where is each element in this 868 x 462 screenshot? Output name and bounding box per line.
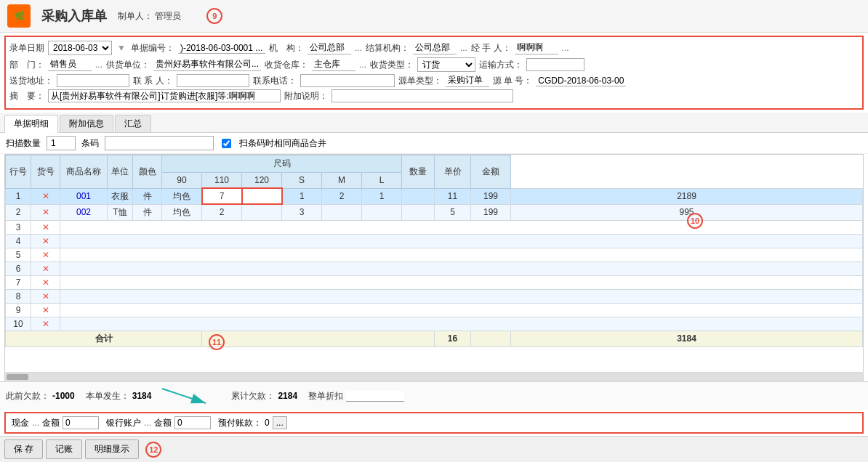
th-size-90: 90 bbox=[162, 173, 202, 189]
cell-icon[interactable]: ✕ bbox=[31, 289, 60, 303]
svg-line-1 bbox=[162, 389, 206, 403]
horizontal-scrollbar[interactable] bbox=[4, 373, 864, 381]
date-select[interactable]: 2018-06-03 bbox=[48, 41, 112, 55]
dept-value: 销售员 bbox=[48, 58, 92, 71]
settle-dots[interactable]: ... bbox=[460, 43, 467, 53]
cell-row-no: 2 bbox=[6, 204, 31, 220]
prev-owe-item: 此前欠款： -1000 bbox=[6, 390, 75, 402]
th-size-110: 110 bbox=[202, 173, 242, 189]
handler-dots[interactable]: ... bbox=[562, 43, 569, 53]
transport-input[interactable] bbox=[526, 58, 584, 71]
scan-barcode-label: 条码 bbox=[81, 137, 99, 150]
th-size-group: 尺码 bbox=[162, 155, 402, 173]
save-button[interactable]: 保 存 bbox=[4, 439, 43, 459]
cell-icon[interactable]: ✕ bbox=[31, 204, 60, 220]
addr-label: 送货地址： bbox=[9, 75, 53, 87]
cell-ss[interactable]: 2 bbox=[322, 188, 362, 204]
scan-bar: 扫描数量 条码 扫条码时相同商品合并 bbox=[0, 133, 868, 154]
supplier-value: 贵州好易事软件有限公司... bbox=[153, 58, 261, 71]
cell-qty: 11 bbox=[435, 188, 471, 204]
cell-icon[interactable]: ✕ bbox=[31, 234, 60, 248]
remark-label: 摘 要： bbox=[9, 90, 44, 102]
cell-icon[interactable]: ✕ bbox=[31, 317, 60, 331]
cash-dots[interactable]: ... bbox=[32, 418, 39, 428]
scan-barcode-input[interactable] bbox=[105, 136, 214, 150]
th-size-120: 120 bbox=[242, 173, 282, 189]
cash-item: 现金 ... 金额 bbox=[12, 416, 99, 429]
table-row: 3 ✕ bbox=[6, 220, 863, 234]
prev-owe-label: 此前欠款： bbox=[6, 390, 49, 402]
th-size-l: L bbox=[362, 173, 402, 189]
cell-ss[interactable] bbox=[322, 204, 362, 220]
cell-s90[interactable]: 2 bbox=[202, 204, 242, 220]
th-size-s: S bbox=[282, 173, 322, 189]
doc-no-value: )-2018-06-03-0001 ... bbox=[178, 43, 265, 54]
cell-icon[interactable]: ✕ bbox=[31, 188, 60, 204]
bank-item: 银行账户 ... 金额 bbox=[106, 416, 211, 429]
scrollbar-thumb[interactable] bbox=[7, 374, 28, 380]
supplier-label: 供货单位： bbox=[106, 59, 150, 71]
org-dots[interactable]: ... bbox=[355, 43, 362, 53]
cell-s110[interactable] bbox=[242, 204, 282, 220]
cell-s110[interactable] bbox=[242, 188, 282, 204]
bank-amount-label: 金额 bbox=[154, 417, 172, 429]
tab-detail[interactable]: 单据明细 bbox=[4, 115, 58, 133]
clear-button[interactable]: 明细显示 bbox=[85, 439, 139, 459]
total-owe-item: 累计欠款： 2184 bbox=[231, 390, 297, 402]
cell-s120[interactable]: 1 bbox=[282, 188, 322, 204]
bank-amount-input[interactable] bbox=[174, 416, 211, 429]
contact-input[interactable] bbox=[177, 74, 249, 87]
bank-dots[interactable]: ... bbox=[144, 418, 151, 428]
scan-qty-input[interactable] bbox=[47, 136, 76, 150]
cell-icon[interactable]: ✕ bbox=[31, 262, 60, 275]
handler-value: 啊啊啊 bbox=[515, 41, 558, 54]
teal-arrow bbox=[162, 385, 220, 407]
tab-extra[interactable]: 附加信息 bbox=[60, 115, 113, 132]
cell-icon[interactable]: ✕ bbox=[31, 220, 60, 234]
cell-row-no: 6 bbox=[6, 262, 31, 275]
cell-goods-no: 002 bbox=[60, 204, 108, 220]
tel-input[interactable] bbox=[300, 74, 395, 87]
extra-input[interactable] bbox=[331, 89, 513, 102]
cell-row-no: 7 bbox=[6, 275, 31, 289]
addr-input[interactable] bbox=[57, 74, 129, 87]
cell-row-no: 3 bbox=[6, 220, 31, 234]
prepay-dots-button[interactable]: ... bbox=[273, 416, 287, 429]
recv-type-select[interactable]: 订货 bbox=[417, 57, 475, 72]
cell-sm[interactable] bbox=[362, 204, 402, 220]
warehouse-label: 收货仓库： bbox=[265, 59, 308, 71]
cell-s90[interactable]: 7 bbox=[202, 188, 242, 204]
account-button[interactable]: 记账 bbox=[46, 439, 82, 459]
tab-summary[interactable]: 汇总 bbox=[115, 115, 151, 132]
transport-label: 运输方式： bbox=[479, 59, 523, 71]
header: 🌿 采购入库单 制单人： 管理员 9 bbox=[0, 0, 868, 33]
discount-item: 整单折扣 bbox=[308, 390, 404, 402]
cell-goods-name: 衣服 bbox=[108, 188, 133, 204]
table-row: 9 ✕ bbox=[6, 303, 863, 317]
th-color: 颜色 bbox=[133, 155, 162, 189]
cash-amount-label: 金额 bbox=[42, 417, 60, 429]
badge-11: 11 bbox=[209, 334, 225, 350]
cell-icon[interactable]: ✕ bbox=[31, 275, 60, 289]
cell-row-no: 9 bbox=[6, 303, 31, 317]
remark-input[interactable] bbox=[48, 89, 281, 102]
cell-icon[interactable]: ✕ bbox=[31, 248, 60, 262]
cell-row-no: 5 bbox=[6, 248, 31, 262]
cell-s120[interactable]: 3 bbox=[282, 204, 322, 220]
scan-merge-checkbox[interactable] bbox=[222, 139, 231, 148]
cash-amount-input[interactable] bbox=[63, 416, 99, 429]
th-price: 单价 bbox=[435, 155, 471, 189]
current-label: 本单发生： bbox=[86, 390, 129, 402]
cell-price: 199 bbox=[471, 188, 511, 204]
cell-icon[interactable]: ✕ bbox=[31, 303, 60, 317]
scan-qty-label: 扫描数量 bbox=[6, 137, 41, 150]
discount-input[interactable] bbox=[346, 391, 404, 402]
prepay-label: 预付账款： bbox=[218, 417, 262, 429]
cash-label: 现金 bbox=[12, 417, 29, 429]
cell-sl[interactable] bbox=[402, 204, 435, 220]
dept-label: 部 门： bbox=[9, 59, 44, 71]
cell-sm[interactable]: 1 bbox=[362, 188, 402, 204]
discount-label: 整单折扣 bbox=[308, 390, 343, 402]
cell-sl[interactable] bbox=[402, 188, 435, 204]
creator-label: 制单人： 管理员 bbox=[118, 10, 181, 23]
